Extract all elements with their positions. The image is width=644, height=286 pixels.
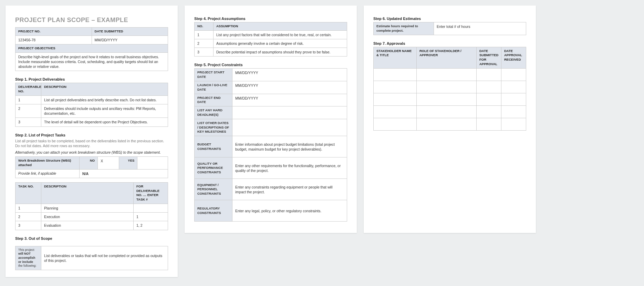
end-date-value[interactable]: MM/DD/YYYY	[232, 94, 347, 106]
budget-constraints-value[interactable]: Enter information about project budget l…	[232, 136, 347, 157]
oos-text: This project	[18, 248, 34, 252]
date-submitted-value[interactable]: MM/DD/YYYY	[92, 35, 168, 44]
oos-text2: the following:	[18, 264, 37, 267]
step1-heading: Step 1. Project Deliverables	[15, 77, 168, 81]
wbs-table: Work Breakdown Structure (WBS) attached …	[15, 156, 168, 178]
other-dates-label: LIST OTHER DATES / DESCRIPTIONS OF KEY M…	[195, 119, 232, 136]
task-desc[interactable]: Evaluation	[41, 221, 134, 230]
date-submitted-label: DATE SUBMITTED	[92, 28, 168, 36]
task-for[interactable]	[134, 204, 168, 213]
step2-subtext: List all project tasks to be completed, …	[15, 139, 168, 148]
start-date-value[interactable]: MM/DD/YYYY	[232, 69, 347, 81]
other-dates-value[interactable]	[232, 119, 347, 136]
step7-heading: Step 7. Approvals	[373, 41, 526, 45]
constraints-table: PROJECT START DATE MM/DD/YYYY LAUNCH / G…	[194, 68, 347, 222]
wbs-link-value[interactable]: N/A	[80, 169, 168, 178]
wbs-yes-value[interactable]	[137, 156, 168, 169]
objectives-label: PROJECT OBJECTIVES	[15, 44, 168, 52]
assumption-no[interactable]: 1	[195, 30, 214, 39]
estimates-table: Estimate hours required to complete proj…	[373, 22, 526, 35]
equipment-constraints-value[interactable]: Enter any constraints regarding equipmen…	[232, 179, 347, 200]
table-row	[374, 93, 526, 105]
deliverable-desc[interactable]: Deliverables should include outputs and …	[41, 104, 168, 118]
task-no[interactable]: 3	[15, 221, 41, 230]
deliverable-desc[interactable]: List all project deliverables and briefl…	[41, 95, 168, 104]
wbs-yes-label: YES	[119, 156, 137, 169]
page-2: Step 4. Project Assumptions NO. ASSUMPTI…	[185, 6, 357, 233]
out-of-scope-value[interactable]: List deliverables or tasks that will not…	[41, 246, 168, 270]
table-row	[374, 105, 526, 118]
assumption-header: ASSUMPTION	[214, 22, 347, 31]
wbs-no-label: NO	[80, 156, 98, 169]
deliverable-no-header: DELIVERABLE NO.	[15, 83, 41, 96]
out-of-scope-label: This project will NOT accomplish or incl…	[15, 246, 41, 270]
step2-subtext-italic: Alternatively, you can attach your work …	[15, 150, 168, 154]
objectives-value[interactable]: Describe high-level goals of the project…	[15, 52, 168, 71]
table-row	[374, 68, 526, 81]
estimate-value[interactable]: Enter total # of hours	[434, 22, 526, 35]
step5-heading: Step 5. Project Constraints	[194, 63, 347, 67]
approvals-role-header: ROLE OF STAKEHOLDER / APPROVER	[417, 47, 477, 68]
assumption-desc[interactable]: Describe potential impact of assumptions…	[214, 48, 347, 57]
project-no-label: PROJECT NO.	[15, 28, 92, 36]
tasks-table: TASK NO. DESCRIPTION FOR DELIVERABLE NO.…	[15, 182, 168, 230]
start-date-label: PROJECT START DATE	[195, 69, 232, 81]
task-desc-header: DESCRIPTION	[41, 182, 134, 204]
deliverable-no[interactable]: 1	[15, 95, 41, 104]
table-row	[374, 118, 526, 130]
hard-deadline-value[interactable]	[232, 106, 347, 119]
table-row: 3 The level of detail will be dependent …	[15, 118, 168, 126]
hard-deadline-label: LIST ANY HARD DEADLINE(S)	[195, 106, 232, 119]
document-title: PROJECT PLAN SCOPE – EXAMPLE	[15, 17, 168, 24]
regulatory-constraints-label: REGULATORY CONSTRAINTS	[195, 200, 232, 222]
table-row: 2 Deliverables should include outputs an…	[15, 104, 168, 118]
assumption-no[interactable]: 3	[195, 48, 214, 57]
table-row	[374, 81, 526, 93]
budget-constraints-label: BUDGET CONSTRAINTS	[195, 136, 232, 157]
assumption-no[interactable]: 2	[195, 39, 214, 48]
assumption-no-header: NO.	[195, 22, 214, 31]
task-for[interactable]: 1, 2	[134, 221, 168, 230]
page-1: PROJECT PLAN SCOPE – EXAMPLE PROJECT NO.…	[6, 6, 178, 277]
regulatory-constraints-value[interactable]: Enter any legal, policy, or other regula…	[232, 200, 347, 222]
task-no-header: TASK NO.	[15, 182, 41, 204]
assumptions-table: NO. ASSUMPTION 1 List any project factor…	[194, 22, 347, 57]
out-of-scope-table: This project will NOT accomplish or incl…	[15, 246, 168, 270]
project-no-value[interactable]: 123456-78	[15, 35, 92, 44]
task-no[interactable]: 2	[15, 213, 41, 221]
table-row: 1 Planning	[15, 204, 168, 213]
project-info-table: PROJECT NO. DATE SUBMITTED 123456-78 MM/…	[15, 27, 168, 71]
launch-date-value[interactable]: MM/DD/YYYY	[232, 81, 347, 94]
deliverable-no[interactable]: 3	[15, 118, 41, 126]
quality-constraints-value[interactable]: Enter any other requirements for the fun…	[232, 157, 347, 179]
table-row: 1 List any project factors that will be …	[195, 30, 347, 39]
launch-date-label: LAUNCH / GO-LIVE DATE	[195, 81, 232, 94]
deliverable-no[interactable]: 2	[15, 104, 41, 118]
approvals-table: STAKEHOLDER NAME & TITLE ROLE OF STAKEHO…	[373, 47, 526, 131]
task-desc[interactable]: Execution	[41, 213, 134, 221]
approvals-submitted-header: DATE SUBMITTED FOR APPROVAL	[477, 47, 501, 68]
page-3: Step 6. Updated Estimates Estimate hours…	[364, 6, 536, 233]
oos-bold: will NOT accomplish or include	[18, 252, 35, 263]
assumption-desc[interactable]: List any project factors that will be co…	[214, 30, 347, 39]
deliverable-desc-header: DESCRIPTION	[41, 83, 168, 96]
page-container: PROJECT PLAN SCOPE – EXAMPLE PROJECT NO.…	[6, 6, 638, 277]
end-date-label: PROJECT END DATE	[195, 94, 232, 106]
step3-heading: Step 3. Out of Scope	[15, 236, 168, 241]
table-row: 3 Describe potential impact of assumptio…	[195, 48, 347, 57]
table-row: 1 List all project deliverables and brie…	[15, 95, 168, 104]
wbs-link-label: Provide link, if applicable	[15, 169, 80, 178]
equipment-constraints-label: EQUIPMENT / PERSONNEL CONSTRAINTS	[195, 179, 232, 200]
step6-heading: Step 6. Updated Estimates	[373, 17, 526, 21]
approvals-name-header: STAKEHOLDER NAME & TITLE	[374, 47, 417, 68]
wbs-no-value[interactable]: X	[98, 156, 119, 169]
table-row: 2 Execution 1	[15, 213, 168, 221]
deliverables-table: DELIVERABLE NO. DESCRIPTION 1 List all p…	[15, 83, 168, 126]
step4-heading: Step 4. Project Assumptions	[194, 17, 347, 21]
task-desc[interactable]: Planning	[41, 204, 134, 213]
task-no[interactable]: 1	[15, 204, 41, 213]
wbs-label: Work Breakdown Structure (WBS) attached	[15, 156, 80, 169]
assumption-desc[interactable]: Assumptions generally involve a certain …	[214, 39, 347, 48]
deliverable-desc[interactable]: The level of detail will be dependent up…	[41, 118, 168, 126]
task-for[interactable]: 1	[134, 213, 168, 221]
